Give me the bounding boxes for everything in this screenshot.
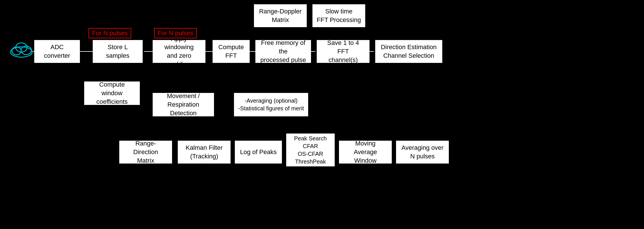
direction-estimation: Direction EstimationChannel Selection [375, 40, 442, 63]
for-n-pulses-2: For N pulses [154, 28, 197, 38]
adc-converter: ADCconverter [34, 40, 80, 63]
range-direction-matrix: Range-DirectionMatrix [119, 141, 172, 164]
apply-windowing: Apply windowingand zero padding [153, 40, 205, 63]
free-memory: Free memory of theprocessed pulse [255, 40, 311, 63]
log-of-peaks: Log of Peaks [235, 141, 282, 164]
moving-average-window: Moving AverageWindow [339, 141, 392, 164]
kalman-filter: Kalman Filter(Tracking) [178, 141, 231, 164]
svg-point-8 [12, 47, 21, 55]
slow-time-fft: Slow timeFFT Processing [312, 4, 365, 27]
for-n-pulses-1: For N pulses [88, 28, 131, 38]
save-fft: Save 1 to 4 FFTchannel(s) [317, 40, 370, 63]
cloud-icon [9, 40, 34, 60]
compute-fft: ComputeFFT [213, 40, 250, 63]
compute-window-coefficients: Compute windowcoefficients [84, 81, 140, 105]
diagram: ADCconverter Store L samples Apply windo… [0, 0, 644, 229]
peak-search: Peak SearchCFAROS-CFARThreshPeak [286, 134, 335, 166]
store-l-samples: Store L samples [93, 40, 143, 63]
averaging-over-n-pulses: Averaging overN pulses [396, 141, 449, 164]
movement-respiration: Movement / RespirationDetection [153, 93, 214, 116]
averaging-statistical: -Averaging (optional)-Statistical figure… [234, 93, 308, 116]
range-doppler-matrix: Range-DopplerMatrix [254, 4, 307, 27]
